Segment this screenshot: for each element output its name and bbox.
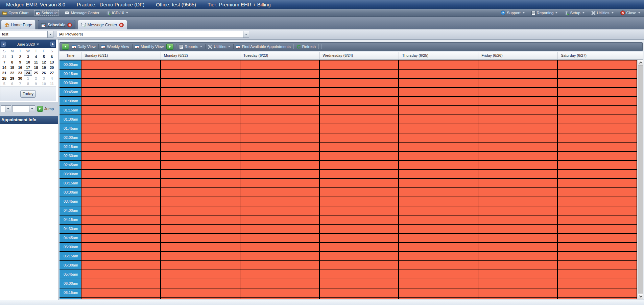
vertical-scrollbar[interactable] (638, 60, 643, 299)
calendar-day[interactable]: 19 (40, 65, 48, 70)
schedule-slot[interactable] (161, 279, 240, 288)
schedule-slot[interactable] (399, 124, 478, 133)
calendar-day[interactable]: 9 (32, 81, 40, 86)
schedule-slot[interactable] (81, 79, 161, 88)
schedule-slot[interactable] (240, 97, 320, 106)
calendar-day[interactable]: 9 (16, 59, 24, 65)
schedule-slot[interactable] (478, 70, 558, 79)
calendar-day-selected[interactable]: 24 (24, 70, 32, 76)
schedule-slot[interactable] (161, 88, 240, 97)
schedule-slot[interactable] (399, 225, 478, 234)
schedule-slot[interactable] (81, 115, 161, 124)
schedule-slot[interactable] (320, 243, 399, 252)
schedule-slot[interactable] (240, 197, 320, 206)
schedule-slot[interactable] (478, 170, 558, 179)
schedule-slot[interactable] (81, 279, 161, 288)
schedule-slot[interactable] (81, 179, 161, 188)
calendar-day[interactable]: 5 (40, 54, 48, 59)
schedule-slot[interactable] (478, 97, 558, 106)
schedule-slot[interactable] (478, 288, 558, 298)
schedule-slot[interactable] (399, 179, 478, 188)
schedule-slot[interactable] (478, 261, 558, 270)
sched-weekly-view-button[interactable]: Weekly View (101, 45, 129, 49)
toolbar-schedule[interactable]: Schedule (34, 10, 59, 16)
schedule-slot[interactable] (320, 206, 399, 215)
schedule-slot[interactable] (161, 261, 240, 270)
schedule-slot[interactable] (81, 60, 161, 70)
schedule-slot[interactable] (558, 97, 637, 106)
schedule-slot[interactable] (478, 270, 558, 279)
schedule-slot[interactable] (399, 215, 478, 225)
schedule-slot[interactable] (240, 124, 320, 133)
schedule-slot[interactable] (558, 234, 637, 243)
chevron-down-icon[interactable] (47, 31, 53, 37)
jump-button[interactable]: Jump (37, 106, 54, 112)
sched-refresh-button[interactable]: Refresh (296, 45, 316, 49)
schedule-slot[interactable] (161, 179, 240, 188)
schedule-slot[interactable] (161, 97, 240, 106)
schedule-slot[interactable] (478, 161, 558, 170)
schedule-slot[interactable] (81, 124, 161, 133)
schedule-slot[interactable] (320, 97, 399, 106)
schedule-slot[interactable] (558, 79, 637, 88)
schedule-slot[interactable] (161, 79, 240, 88)
schedule-slot[interactable] (558, 298, 637, 299)
schedule-slot[interactable] (81, 197, 161, 206)
schedule-slot[interactable] (161, 161, 240, 170)
schedule-slot[interactable] (399, 70, 478, 79)
schedule-slot[interactable] (240, 298, 320, 299)
close-tab-icon[interactable] (119, 23, 124, 27)
schedule-slot[interactable] (161, 133, 240, 143)
schedule-slot[interactable] (240, 206, 320, 215)
calendar-month-label[interactable]: June 2020 (17, 42, 35, 46)
schedule-slot[interactable] (320, 79, 399, 88)
calendar-day[interactable]: 1 (8, 54, 16, 59)
schedule-slot[interactable] (399, 243, 478, 252)
chevron-down-icon[interactable] (29, 106, 35, 112)
sched-reports-button[interactable]: Reports (179, 45, 202, 49)
schedule-slot[interactable] (558, 70, 637, 79)
schedule-slot[interactable] (240, 270, 320, 279)
schedule-slot[interactable] (558, 143, 637, 152)
next-month-button[interactable] (50, 42, 55, 47)
horizontal-scrollbar[interactable] (0, 300, 644, 305)
schedule-slot[interactable] (161, 298, 240, 299)
schedule-slot[interactable] (399, 143, 478, 152)
calendar-day[interactable]: 3 (40, 76, 48, 81)
calendar-day[interactable]: 15 (8, 65, 16, 70)
schedule-slot[interactable] (558, 179, 637, 188)
schedule-slot[interactable] (81, 261, 161, 270)
calendar-day[interactable]: 8 (8, 59, 16, 65)
schedule-slot[interactable] (161, 143, 240, 152)
calendar-day[interactable]: 30 (16, 76, 24, 81)
schedule-slot[interactable] (240, 234, 320, 243)
schedule-slot[interactable] (81, 97, 161, 106)
calendar-day[interactable]: 8 (24, 81, 32, 86)
schedule-slot[interactable] (81, 161, 161, 170)
schedule-slot[interactable] (240, 115, 320, 124)
toolbar-icd-10[interactable]: ICD-10 (105, 10, 129, 16)
toolbar-utilities[interactable]: Utilities (590, 10, 615, 16)
schedule-slot[interactable] (320, 161, 399, 170)
schedule-slot[interactable] (81, 152, 161, 161)
schedule-slot[interactable] (399, 133, 478, 143)
schedule-slot[interactable] (81, 106, 161, 115)
schedule-slot[interactable] (240, 143, 320, 152)
scroll-down-button[interactable] (638, 293, 643, 299)
schedule-slot[interactable] (320, 225, 399, 234)
schedule-slot[interactable] (478, 124, 558, 133)
schedule-slot[interactable] (478, 225, 558, 234)
schedule-slot[interactable] (81, 88, 161, 97)
schedule-slot[interactable] (399, 152, 478, 161)
schedule-slot[interactable] (240, 152, 320, 161)
schedule-slot[interactable] (81, 215, 161, 225)
schedule-slot[interactable] (81, 225, 161, 234)
schedule-slot[interactable] (320, 124, 399, 133)
schedule-slot[interactable] (399, 79, 478, 88)
schedule-slot[interactable] (81, 133, 161, 143)
schedule-slot[interactable] (320, 143, 399, 152)
schedule-slot[interactable] (478, 60, 558, 70)
schedule-slot[interactable] (320, 106, 399, 115)
schedule-slot[interactable] (478, 206, 558, 215)
schedule-slot[interactable] (478, 88, 558, 97)
